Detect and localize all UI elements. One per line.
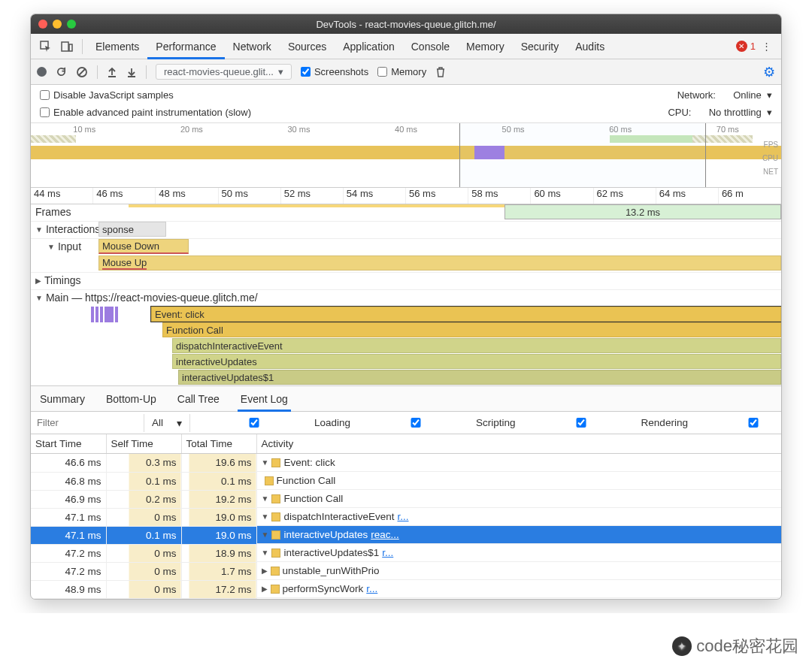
chevron-down-icon[interactable]: ▼ <box>47 243 55 251</box>
table-row[interactable]: 46.9 ms0.2 ms19.2 ms▼Function Call <box>31 490 782 508</box>
time-ruler[interactable]: 44 ms46 ms48 ms50 ms52 ms54 ms56 ms58 ms… <box>31 188 781 204</box>
timings-track[interactable]: ▶Timings <box>31 273 781 290</box>
table-row[interactable]: 47.2 ms0 ms18.9 ms▼interactiveUpdates$1 … <box>31 544 782 562</box>
tab-event-log[interactable]: Event Log <box>238 386 291 412</box>
table-row[interactable]: 47.1 ms0 ms19.0 ms▼dispatchInteractiveEv… <box>31 508 782 526</box>
svg-rect-2 <box>69 44 72 51</box>
clear-icon[interactable] <box>76 66 88 78</box>
tab-performance[interactable]: Performance <box>147 34 224 59</box>
trash-icon[interactable] <box>435 67 446 77</box>
cpu-select[interactable]: No throttling ▾ <box>709 107 772 118</box>
flame-chart[interactable]: Event: click Function Call dispatchInter… <box>31 307 781 386</box>
col-start[interactable]: Start Time <box>31 434 106 454</box>
filter-all-select[interactable]: All▾ <box>144 414 190 432</box>
perf-toolbar: react-movies-queue.glit...▾ Screenshots … <box>31 59 781 85</box>
chevron-right-icon[interactable]: ▶ <box>35 277 41 285</box>
loading-checkbox[interactable]: Loading <box>198 417 350 428</box>
tab-call-tree[interactable]: Call Tree <box>174 386 223 412</box>
tab-elements[interactable]: Elements <box>87 34 147 59</box>
tracks-panel: Frames 13.2 ms ▼Interactions sponse ▼Inp… <box>31 204 781 386</box>
svg-rect-1 <box>62 42 68 51</box>
reload-icon[interactable] <box>56 66 67 77</box>
upload-icon[interactable] <box>107 67 117 77</box>
gear-icon[interactable]: ⚙ <box>763 64 775 80</box>
network-label: Network: <box>677 89 716 101</box>
col-self[interactable]: Self Time <box>106 434 181 454</box>
tab-security[interactable]: Security <box>513 34 568 59</box>
error-count: 1 <box>750 41 756 52</box>
tab-audits[interactable]: Audits <box>567 34 613 59</box>
disable-js-checkbox[interactable]: Disable JavaScript samples <box>40 89 174 101</box>
table-row[interactable]: 46.6 ms0.3 ms19.6 ms▼Event: click <box>31 454 782 473</box>
error-badge[interactable]: ✕1 <box>736 41 756 52</box>
memory-checkbox[interactable]: Memory <box>377 66 426 77</box>
painting-checkbox[interactable]: Pain <box>697 417 782 428</box>
frames-track[interactable]: Frames 13.2 ms <box>31 204 781 222</box>
inspect-icon[interactable] <box>38 39 53 54</box>
more-icon[interactable]: ⋮ <box>759 39 774 54</box>
screenshots-checkbox[interactable]: Screenshots <box>301 66 368 77</box>
options-bar: Disable JavaScript samples Network: Onli… <box>31 85 781 123</box>
input-track[interactable]: ▼Input Mouse Down Mouse Up <box>31 239 781 273</box>
device-icon[interactable] <box>59 39 74 54</box>
window-title: DevTools - react-movies-queue.glitch.me/ <box>31 19 781 30</box>
network-select[interactable]: Online ▾ <box>733 89 772 101</box>
titlebar: DevTools - react-movies-queue.glitch.me/ <box>31 14 781 34</box>
frame-duration: 13.2 ms <box>504 204 781 219</box>
tab-application[interactable]: Application <box>335 34 403 59</box>
table-row[interactable]: 48.9 ms0 ms17.2 ms▶performSyncWork r... <box>31 580 782 598</box>
overview-selection[interactable] <box>459 123 706 187</box>
tab-summary[interactable]: Summary <box>37 386 88 412</box>
tab-network[interactable]: Network <box>225 34 280 59</box>
mouse-down-bar[interactable]: Mouse Down <box>98 239 189 254</box>
enable-paint-checkbox[interactable]: Enable advanced paint instrumentation (s… <box>40 107 251 118</box>
rendering-checkbox[interactable]: Rendering <box>525 417 688 428</box>
main-track-header[interactable]: ▼Main — https://react-movies-queue.glitc… <box>31 290 781 307</box>
col-activity[interactable]: Activity <box>256 434 782 454</box>
filter-input[interactable] <box>31 414 144 431</box>
tab-sources[interactable]: Sources <box>280 34 335 59</box>
cpu-label: CPU: <box>668 107 691 118</box>
url-selector[interactable]: react-movies-queue.glit...▾ <box>156 64 292 80</box>
record-icon[interactable] <box>37 67 47 77</box>
svg-line-4 <box>79 69 85 75</box>
tab-console[interactable]: Console <box>403 34 458 59</box>
interactions-track[interactable]: ▼Interactions sponse <box>31 222 781 239</box>
chevron-down-icon[interactable]: ▼ <box>35 294 43 302</box>
tab-bottom-up[interactable]: Bottom-Up <box>103 386 159 412</box>
col-total[interactable]: Total Time <box>181 434 256 454</box>
devtools-tabs: Elements Performance Network Sources App… <box>31 34 781 59</box>
chevron-down-icon: ▾ <box>177 417 182 429</box>
table-row[interactable]: 46.8 ms0.1 ms0.1 msFunction Call <box>31 472 782 490</box>
download-icon[interactable] <box>126 67 137 77</box>
mouse-up-bar[interactable]: Mouse Up <box>102 257 147 270</box>
chevron-down-icon[interactable]: ▼ <box>35 225 43 234</box>
overview-chart[interactable]: 10 ms20 ms30 ms40 ms50 ms60 ms70 ms FPSC… <box>31 123 781 188</box>
bottom-tabs: Summary Bottom-Up Call Tree Event Log <box>31 386 781 412</box>
table-row[interactable]: 47.2 ms0 ms1.7 ms▶unstable_runWithPrio <box>31 562 782 580</box>
chevron-down-icon: ▾ <box>278 66 283 77</box>
event-log-table: All▾ Loading Scripting Rendering Pain St… <box>31 412 782 599</box>
scripting-checkbox[interactable]: Scripting <box>359 417 516 428</box>
table-row[interactable]: 47.1 ms0.1 ms19.0 ms▼interactiveUpdates … <box>31 526 782 544</box>
tab-memory[interactable]: Memory <box>458 34 513 59</box>
